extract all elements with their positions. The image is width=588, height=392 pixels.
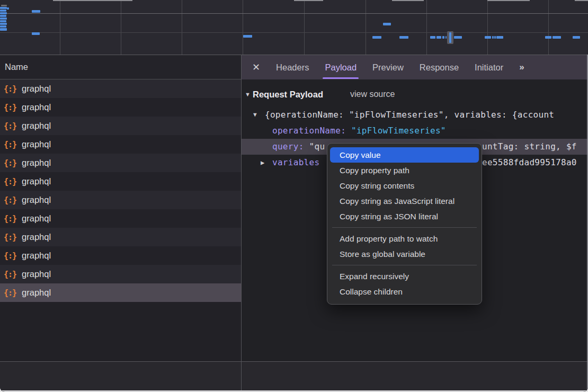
json-fetch-icon: {:}: [4, 214, 16, 224]
timeline-bar: [372, 36, 381, 39]
timeline-bar: [449, 32, 451, 43]
property-key: variables: [272, 157, 319, 167]
menu-item-copy-string-as-javascript-literal[interactable]: Copy string as JavaScript literal: [327, 193, 482, 209]
menu-item-add-property-path-to-watch[interactable]: Add property path to watch: [327, 231, 482, 246]
timeline-bar: [399, 36, 408, 39]
name-column-header[interactable]: Name: [0, 55, 241, 79]
timeline-bar: [492, 36, 494, 39]
request-row[interactable]: {:}graphql: [0, 265, 241, 283]
tab-headers[interactable]: Headers: [276, 55, 309, 79]
request-name: graphql: [22, 121, 51, 131]
timeline-bar: [0, 23, 7, 25]
expand-triangle-icon[interactable]: ▼: [253, 107, 257, 123]
timeline-bar: [485, 36, 491, 39]
request-name: graphql: [22, 213, 51, 224]
name-column-label: Name: [5, 62, 28, 72]
request-row[interactable]: {:}graphql: [0, 228, 241, 246]
request-row[interactable]: {:}graphql: [0, 172, 241, 191]
json-fetch-icon: {:}: [4, 177, 16, 186]
request-row[interactable]: {:}graphql: [0, 191, 241, 209]
payload-root-preview: {operationName: "ipFlowTimeseries", vari…: [265, 107, 554, 123]
timeline-bar: [32, 32, 40, 35]
json-fetch-icon: {:}: [4, 103, 16, 112]
request-row[interactable]: {:}graphql: [0, 154, 241, 172]
request-list: {:}graphql{:}graphql{:}graphql{:}graphql…: [0, 79, 241, 303]
timeline-bar: [0, 15, 6, 17]
collapse-triangle-icon[interactable]: ▼: [245, 86, 251, 103]
tab-label: Response: [420, 63, 459, 73]
payload-root-row[interactable]: ▼ {operationName: "ipFlowTimeseries", va…: [242, 107, 588, 123]
request-row[interactable]: {:}graphql: [0, 79, 241, 98]
view-source-link[interactable]: view source: [350, 86, 395, 103]
timeline-bar: [545, 36, 551, 39]
json-fetch-icon: {:}: [4, 140, 16, 149]
tab-payload[interactable]: Payload: [325, 55, 357, 79]
request-row[interactable]: {:}graphql: [0, 209, 241, 228]
timeline-bar: [1, 5, 7, 6]
grid-line: [243, 0, 243, 55]
timeline-bar: [383, 23, 391, 25]
timeline-bar: [454, 36, 462, 39]
menu-item-collapse-children[interactable]: Collapse children: [327, 284, 482, 299]
grid-line: [304, 0, 305, 55]
close-icon[interactable]: ✕: [252, 63, 260, 72]
request-name: graphql: [22, 269, 51, 279]
grid-line: [121, 0, 121, 55]
devtools-window: Name {:}graphql{:}graphql{:}graphql{:}gr…: [0, 0, 588, 392]
cropped-toolbar-edge: [392, 0, 424, 1]
timeline-bar: [0, 10, 6, 12]
grid-line: [182, 0, 182, 55]
menu-divider: [332, 265, 477, 265]
request-row[interactable]: {:}graphql: [0, 117, 241, 135]
timeline-bar: [573, 36, 580, 39]
tab-underline: [473, 77, 505, 79]
timeline-bar: [0, 12, 7, 14]
menu-item-copy-value[interactable]: Copy value: [330, 147, 479, 163]
grid-line: [426, 0, 427, 55]
operation-name-row[interactable]: operationName: "ipFlowTimeseries": [242, 123, 588, 139]
cropped-toolbar-edge: [487, 0, 530, 1]
request-row[interactable]: {:}graphql: [0, 98, 241, 117]
menu-item-store-as-global-variable[interactable]: Store as global variable: [327, 246, 482, 262]
collapsed-triangle-icon[interactable]: ▶: [261, 155, 265, 171]
network-overview[interactable]: [0, 0, 588, 55]
property-key: operationName:: [272, 126, 346, 136]
menu-item-copy-string-contents[interactable]: Copy string contents: [327, 178, 482, 193]
timeline-bar: [430, 36, 435, 39]
request-name: graphql: [22, 84, 51, 94]
timeline-bar: [496, 36, 503, 39]
status-footer: [0, 361, 588, 392]
timeline-bar: [0, 28, 7, 31]
grid-line: [60, 0, 60, 55]
menu-item-expand-recursively[interactable]: Expand recursively: [327, 269, 482, 284]
tab-response[interactable]: Response: [420, 55, 459, 79]
timeline-bar: [494, 36, 496, 39]
request-row[interactable]: {:}graphql: [0, 246, 241, 265]
timeline-bar: [32, 10, 40, 13]
json-fetch-icon: {:}: [4, 195, 16, 205]
request-row[interactable]: {:}graphql: [0, 135, 241, 154]
menu-item-copy-property-path[interactable]: Copy property path: [327, 163, 482, 178]
timeline-bar: [0, 17, 7, 20]
request-row[interactable]: {:}graphql: [0, 283, 241, 302]
tab-underline: [323, 77, 359, 79]
menu-item-copy-string-as-json-literal[interactable]: Copy string as JSON literal: [327, 209, 482, 224]
request-name: graphql: [22, 232, 51, 242]
request-name: graphql: [22, 288, 51, 298]
property-value-right: untTag: string, $f: [482, 139, 577, 155]
detail-tabbar: ✕ HeadersPayloadPreviewResponseInitiator…: [242, 55, 588, 79]
tab-label: Initiator: [475, 63, 503, 73]
panel-divider[interactable]: [241, 55, 242, 392]
tab-label: Preview: [372, 63, 404, 73]
tab-underline: [370, 77, 406, 79]
timeline-bar: [436, 36, 441, 39]
timeline-bar: [553, 36, 561, 39]
tab-preview[interactable]: Preview: [372, 55, 404, 79]
grid-line: [548, 0, 549, 55]
more-tabs-icon[interactable]: »: [519, 62, 523, 73]
request-name: graphql: [22, 251, 51, 261]
request-payload-section[interactable]: ▼ Request Payload view source: [242, 86, 588, 103]
json-fetch-icon: {:}: [4, 288, 16, 298]
grid-line: [366, 0, 366, 55]
tab-initiator[interactable]: Initiator: [475, 55, 503, 79]
